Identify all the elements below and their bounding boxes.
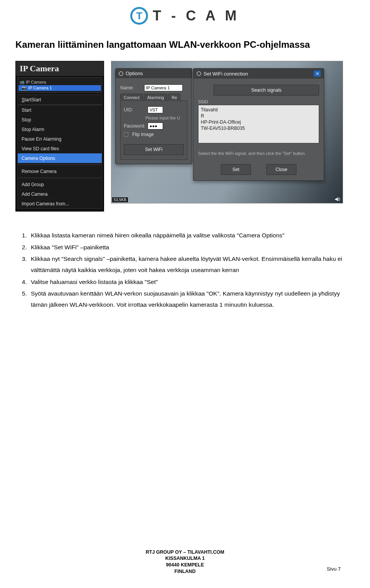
set-wifi-button[interactable]: Set WiFi xyxy=(124,144,184,155)
options-dialog: Options Name: Connect Alarming Re UID: xyxy=(115,68,192,164)
tree-item-selected[interactable]: 📷 IP Camera 1 xyxy=(18,85,101,91)
tab-alarming[interactable]: Alarming xyxy=(144,94,167,101)
options-title: Options xyxy=(126,71,143,76)
gear-icon xyxy=(197,71,201,76)
menu-view-sd[interactable]: View SD card files xyxy=(18,144,102,153)
status-bitrate: 53,5KB xyxy=(112,197,128,202)
menu-stop-alarm[interactable]: Stop Alarm xyxy=(18,124,102,134)
wifi-title: Set WiFi connection xyxy=(204,71,248,77)
camera-tree: 📹 IP Camera 📷 IP Camera 1 xyxy=(17,77,102,93)
screenshot-row: IP Camera 📹 IP Camera 📷 IP Camera 1 Star… xyxy=(15,61,343,212)
footer-country: FINLAND xyxy=(0,568,370,575)
name-label: Name: xyxy=(120,85,142,91)
password-input[interactable] xyxy=(148,123,163,129)
footer-address-1: KISSANKULMA 1 xyxy=(0,555,370,562)
wifi-title-bar: Set WiFi connection ✕ xyxy=(193,69,324,79)
ssid-item[interactable]: TW-EAV510-BRB035 xyxy=(200,125,317,131)
uid-input[interactable] xyxy=(148,106,163,113)
wifi-hint: Select the the WiFi signal, and then cli… xyxy=(198,151,319,156)
menu-add-camera[interactable]: Add Camera xyxy=(18,189,102,199)
volume-icon[interactable]: ◀)) xyxy=(335,197,340,202)
page-number: Sivu 7 xyxy=(327,566,341,572)
ssid-header: SSID xyxy=(198,99,319,104)
brand-logo-icon: T xyxy=(130,7,148,25)
options-title-bar: Options xyxy=(116,69,192,78)
instruction-item: Klikkaa listasta kameran nimeä hiiren oi… xyxy=(29,230,343,241)
ssid-item[interactable]: HP-Print-DA-Officej xyxy=(200,119,317,125)
app-title-bar: IP Camera xyxy=(16,61,104,76)
tree-item-label: IP Camera 1 xyxy=(28,86,52,90)
menu-start[interactable]: StartStartStart xyxy=(18,95,102,104)
name-input[interactable] xyxy=(144,84,183,91)
instruction-item: Valitse haluamasi verkko listasta ja kli… xyxy=(29,277,343,288)
menu-separator xyxy=(18,178,102,178)
tree-root[interactable]: 📹 IP Camera xyxy=(18,79,101,85)
ssid-item[interactable]: R xyxy=(200,113,317,119)
ssid-list[interactable]: Tilavahti R HP-Print-DA-Officej TW-EAV51… xyxy=(198,105,319,143)
instructions-list: Klikkaa listasta kameran nimeä hiiren oi… xyxy=(29,230,343,311)
footer-address-2: 90440 KEMPELE xyxy=(0,562,370,568)
page-title: Kameran liittäminen langattomaan WLAN-ve… xyxy=(15,39,343,50)
footer-company: RTJ GROUP OY – TILAVAHTI.COM xyxy=(0,549,370,556)
screenshot-context-menu: IP Camera 📹 IP Camera 📷 IP Camera 1 Star… xyxy=(15,61,104,212)
brand-name: T - C A M xyxy=(153,8,239,24)
flip-image-label: Flip Image xyxy=(132,132,154,137)
tab-re[interactable]: Re xyxy=(168,94,180,101)
context-menu: StartStartStart xyxy=(17,94,102,105)
app-title: IP Camera xyxy=(20,64,59,74)
flip-image-checkbox[interactable] xyxy=(124,132,128,137)
uid-label: UID: xyxy=(124,107,145,113)
page-footer: RTJ GROUP OY – TILAVAHTI.COM KISSANKULMA… xyxy=(0,549,370,575)
instruction-item: Klikkaa nyt "Search signals" –painiketta… xyxy=(29,254,343,276)
instruction-item: Klikkaa "Set WiFi" –painiketta xyxy=(29,242,343,253)
menu-start[interactable]: Start xyxy=(18,105,102,115)
menu-separator xyxy=(18,165,102,165)
gear-icon xyxy=(119,71,123,76)
uid-hint: Please input the U xyxy=(145,116,184,120)
brand-header: T T - C A M xyxy=(0,0,370,29)
set-button[interactable]: Set xyxy=(221,164,251,175)
instruction-item: Syötä avautuvaan kenttään WLAN-verkon su… xyxy=(29,288,343,310)
menu-remove-camera[interactable]: Remove Camera xyxy=(18,166,102,176)
close-icon[interactable]: ✕ xyxy=(314,71,321,77)
close-button[interactable]: Close xyxy=(266,164,296,175)
menu-pause-err[interactable]: Pause Err Alarming xyxy=(18,134,102,144)
ssid-item[interactable]: Tilavahti xyxy=(200,107,317,113)
set-wifi-dialog: Set WiFi connection ✕ Search signals SSI… xyxy=(193,68,324,181)
menu-add-group[interactable]: Add Group xyxy=(18,180,102,189)
menu-camera-options[interactable]: Camera Options xyxy=(18,153,102,163)
password-label: Password: xyxy=(124,123,145,129)
tab-connect[interactable]: Connect xyxy=(120,94,143,101)
search-signals-button[interactable]: Search signals xyxy=(214,85,319,96)
menu-stop[interactable]: Stop xyxy=(18,115,102,124)
menu-import-cameras[interactable]: Import Cameras from... xyxy=(18,199,102,208)
options-tabs: Connect Alarming Re xyxy=(120,94,187,101)
context-menu-list: Start Stop Stop Alarm Pause Err Alarming… xyxy=(17,105,102,209)
screenshot-wifi-dialogs: Options Name: Connect Alarming Re UID: xyxy=(111,61,343,203)
tree-root-label: IP Camera xyxy=(26,80,46,84)
